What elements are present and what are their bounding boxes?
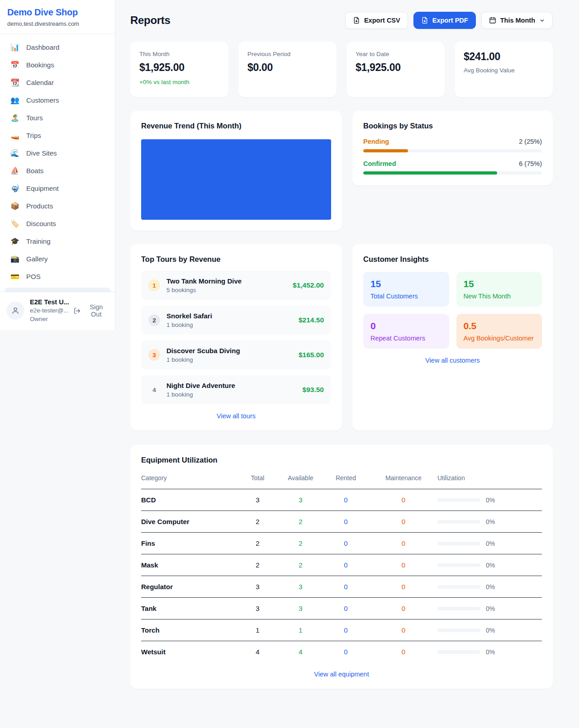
chevron-down-icon bbox=[539, 18, 545, 24]
cell-total: 3 bbox=[236, 605, 279, 612]
equipment-utilization-card: Equipment Utilization Category Total Ava… bbox=[130, 445, 553, 689]
cell-rented: 0 bbox=[322, 518, 370, 525]
header-actions: Export CSV Export PDF This Month bbox=[345, 12, 553, 29]
sidebar-item-customers[interactable]: 👥Customers bbox=[5, 91, 110, 109]
export-csv-button[interactable]: Export CSV bbox=[345, 12, 408, 29]
revenue-trend-card: Revenue Trend (This Month) bbox=[130, 111, 342, 231]
utilization-track bbox=[437, 607, 480, 610]
utilization-track bbox=[437, 520, 480, 524]
sidebar-item-reports-partial[interactable] bbox=[5, 288, 110, 292]
sidebar-item-discounts[interactable]: 🏷️Discounts bbox=[5, 215, 110, 232]
sidebar-item-label: Bookings bbox=[26, 61, 54, 69]
cell-maintenance: 0 bbox=[370, 626, 437, 634]
col-rented: Rented bbox=[322, 474, 370, 482]
sailboat-icon: ⛵ bbox=[10, 166, 20, 175]
utilization-track bbox=[437, 498, 480, 502]
utilization-track bbox=[437, 650, 480, 654]
stat-value: $1,925.00 bbox=[356, 61, 436, 74]
sidebar-item-bookings[interactable]: 📅Bookings bbox=[5, 56, 110, 74]
tour-name: Night Dive Adventure bbox=[166, 382, 235, 389]
charts-row: Revenue Trend (This Month) Bookings by S… bbox=[130, 111, 553, 231]
sidebar-item-gallery[interactable]: 📸Gallery bbox=[5, 250, 110, 268]
brand-name[interactable]: Demo Dive Shop bbox=[7, 7, 108, 18]
cell-category: Regulator bbox=[141, 583, 236, 591]
sidebar-item-label: Discounts bbox=[26, 220, 56, 227]
cell-total: 3 bbox=[236, 496, 279, 504]
user-info: E2E Test U... e2e-tester@... Owner bbox=[30, 298, 68, 324]
page-header: Reports Export CSV Export PDF This Month bbox=[130, 12, 553, 29]
sidebar-item-label: Tours bbox=[26, 114, 43, 122]
tour-revenue: $93.50 bbox=[303, 386, 324, 394]
sidebar-item-dashboard[interactable]: 📊Dashboard bbox=[5, 38, 110, 56]
cell-available: 3 bbox=[279, 496, 322, 504]
export-pdf-button[interactable]: Export PDF bbox=[413, 12, 476, 29]
tour-revenue: $214.50 bbox=[299, 316, 324, 324]
utilization-track bbox=[437, 629, 480, 632]
brand-domain: demo.test.divestreams.com bbox=[7, 20, 108, 27]
stat-label: This Month bbox=[139, 51, 219, 57]
stat-card-avg-booking-value: $241.00 Avg Booking Value bbox=[455, 42, 553, 97]
top-tours-title: Top Tours by Revenue bbox=[141, 255, 331, 264]
tile-label: Avg Bookings/Customer bbox=[464, 335, 535, 342]
sidebar-item-label: Products bbox=[26, 202, 53, 210]
tile-value: 0 bbox=[370, 321, 442, 331]
tour-item: 2 Snorkel Safari1 booking $214.50 bbox=[141, 306, 331, 335]
cell-rented: 0 bbox=[322, 561, 370, 569]
cell-category: Torch bbox=[141, 626, 236, 634]
sidebar-item-label: Trips bbox=[26, 132, 41, 139]
cell-total: 2 bbox=[236, 539, 279, 547]
avatar bbox=[6, 302, 24, 320]
utilization-pct: 0% bbox=[486, 496, 495, 504]
period-dropdown[interactable]: This Month bbox=[481, 12, 553, 29]
sidebar-item-trips[interactable]: 🚤Trips bbox=[5, 127, 110, 144]
cell-total: 1 bbox=[236, 626, 279, 634]
export-pdf-label: Export PDF bbox=[432, 17, 468, 24]
view-all-customers-link[interactable]: View all customers bbox=[363, 357, 542, 364]
tile-avg-bookings-customer: 0.5 Avg Bookings/Customer bbox=[456, 314, 542, 349]
sidebar-item-training[interactable]: 🎓Training bbox=[5, 232, 110, 250]
utilization-pct: 0% bbox=[486, 605, 495, 612]
cell-available: 2 bbox=[279, 561, 322, 569]
sidebar-item-calendar[interactable]: 📆Calendar bbox=[5, 74, 110, 91]
graduation-cap-icon: 🎓 bbox=[10, 237, 20, 246]
page-title: Reports bbox=[130, 14, 171, 27]
table-row: Wetsuit 4 4 0 0 0% bbox=[141, 641, 542, 662]
sidebar: Demo Dive Shop demo.test.divestreams.com… bbox=[0, 0, 115, 330]
stat-value: $1,925.00 bbox=[139, 61, 219, 74]
sidebar-item-boats[interactable]: ⛵Boats bbox=[5, 162, 110, 180]
tour-name: Two Tank Morning Dive bbox=[166, 277, 242, 285]
progress-fill bbox=[363, 171, 497, 175]
cell-available: 2 bbox=[279, 539, 322, 547]
sidebar-item-tours[interactable]: 🏝️Tours bbox=[5, 109, 110, 127]
tearoff-calendar-icon: 📆 bbox=[10, 78, 20, 87]
cell-maintenance: 0 bbox=[370, 518, 437, 525]
cell-maintenance: 0 bbox=[370, 605, 437, 612]
cell-available: 3 bbox=[279, 583, 322, 591]
cell-available: 2 bbox=[279, 518, 322, 525]
view-all-equipment-link[interactable]: View all equipment bbox=[141, 671, 542, 678]
user-email: e2e-tester@... bbox=[30, 307, 68, 315]
view-all-tours-link[interactable]: View all tours bbox=[141, 412, 331, 420]
sidebar-item-products[interactable]: 📦Products bbox=[5, 197, 110, 215]
customer-insights-card: Customer Insights 15 Total Customers 15 … bbox=[352, 244, 553, 430]
tile-new-this-month: 15 New This Month bbox=[456, 272, 542, 307]
tag-icon: 🏷️ bbox=[10, 219, 20, 228]
sign-out-button[interactable]: Sign Out bbox=[73, 303, 109, 318]
rank-badge: 2 bbox=[148, 314, 160, 326]
credit-card-icon: 💳 bbox=[10, 272, 20, 281]
utilization-track bbox=[437, 542, 480, 545]
user-panel: E2E Test U... e2e-tester@... Owner Sign … bbox=[0, 292, 115, 330]
cell-category: Wetsuit bbox=[141, 648, 236, 656]
sidebar-item-dive-sites[interactable]: 🌊Dive Sites bbox=[5, 144, 110, 162]
user-role: Owner bbox=[30, 315, 68, 324]
rank-badge: 1 bbox=[148, 279, 160, 291]
stat-value: $0.00 bbox=[247, 61, 327, 74]
cell-maintenance: 0 bbox=[370, 539, 437, 547]
tour-item: 1 Two Tank Morning Dive5 bookings $1,452… bbox=[141, 271, 331, 300]
cell-maintenance: 0 bbox=[370, 583, 437, 591]
sidebar-item-equipment[interactable]: 🤿Equipment bbox=[5, 180, 110, 197]
cell-category: BCD bbox=[141, 496, 236, 504]
sidebar-item-pos[interactable]: 💳POS bbox=[5, 268, 110, 285]
tile-repeat-customers: 0 Repeat Customers bbox=[363, 314, 449, 349]
tile-label: New This Month bbox=[464, 293, 535, 300]
